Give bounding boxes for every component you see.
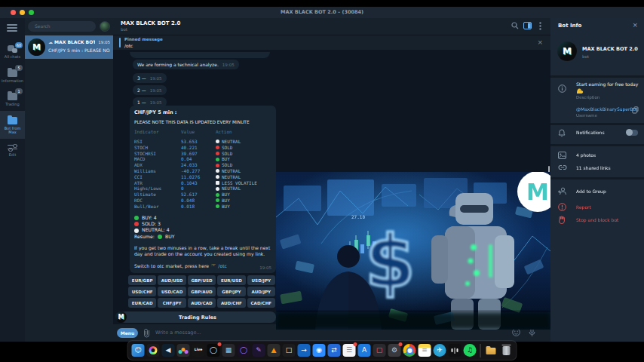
indicator-row: ADX24.033SOLD [134,162,271,168]
trading-rules-button[interactable]: Trading Rules [119,311,276,323]
indicator-row: STOCHRSI39.697SOLD [134,151,271,157]
keyboard-button-USD-CHF[interactable]: USD/CHF [128,287,156,296]
dock-icon-capture-arrow-app[interactable]: ◀ [162,344,175,357]
dock-icon-vlc[interactable]: ▲ [268,344,281,357]
notifications-label: Notifications [576,130,605,135]
keyboard-button-EUR-GBP[interactable]: EUR/GBP [128,275,156,285]
dock-icon-display-app[interactable]: ▢ [373,344,386,357]
keyboard-button-GBP-AUD[interactable]: GBP/AUD [188,287,216,296]
indicator-row: Williams-40.277NEUTRAL [134,168,271,174]
panel-close-icon[interactable]: × [632,21,638,29]
status-dot [216,164,219,167]
dock-icon-spotify[interactable]: ♫ [464,344,477,357]
dock-icon-app-store[interactable]: A [358,344,371,357]
keyboard-button-CHF-JPY[interactable]: CHF/JPY [158,298,186,308]
keyboard-button-CAD-CHF[interactable]: CAD/CHF [247,298,275,308]
bot-profile-avatar[interactable]: M [557,41,577,61]
sidebar-folder-all-chats[interactable]: 60All chats [0,41,25,63]
window-title: MAX BLACK BOT 2.0 – (30084) [0,9,644,15]
profile-avatar[interactable] [100,21,110,32]
dock-icon-chrome[interactable] [403,344,416,357]
indicator-row: RSI53.653NEUTRAL [134,139,271,145]
dock-icon-settings[interactable]: ⚙ [388,344,401,357]
pinned-close-icon[interactable]: × [537,38,543,46]
more-menu-icon[interactable] [539,22,541,30]
sidebar-folder-trading[interactable]: 1Trading [0,87,25,111]
otc-command-link[interactable]: /otc [218,263,227,268]
status-dot [216,187,219,191]
dock-icon-teamviewer[interactable]: ⇄ [328,344,341,357]
bot-message-avatar: M [115,311,127,323]
keyboard-button-USD-CAD[interactable]: USD/CAD [158,287,186,296]
pinned-text: /otc [124,43,133,48]
dock-icon-loom[interactable]: ◯ [238,344,250,357]
dock-icon-screenshot-app[interactable]: □ [283,344,296,357]
status-dot [216,146,219,149]
dock-icon-downloads-folder[interactable] [485,344,498,357]
sidebar-folder-information[interactable]: 5Information [0,63,25,87]
dock-icon-notes[interactable]: ≡ [419,344,431,357]
keyboard-button-GBP-JPY[interactable]: GBP/JPY [217,287,245,296]
add-to-group-button[interactable]: Add to Group [576,189,606,194]
keyboard-button-AUD-USD[interactable]: AUD/USD [158,275,186,285]
dock-icon-share-arrow-app[interactable]: → [298,344,311,357]
keyboard-button-AUD-CHF[interactable]: AUD/CHF [217,298,245,308]
dock-icon-trash[interactable] [500,344,513,357]
stop-block-bot-button[interactable]: Stop and block bot [576,217,618,222]
pinned-message-bar[interactable]: Pinned message /otc × [113,35,550,50]
unread-badge: 1 [15,88,23,94]
sidebar-folder-edit[interactable]: Edit [0,139,25,161]
divider [550,123,644,125]
keyboard-button-EUR-CAD[interactable]: EUR/CAD [128,298,156,308]
keyboard-button-GBP-USD[interactable]: GBP/USD [188,275,216,285]
buy-dot [158,235,162,239]
photo-message[interactable]: 27.1025.9118.7523.4 $ [276,172,550,330]
dock-icon-telegram[interactable]: ✈ [434,344,446,357]
link-icon [558,164,567,170]
attach-icon[interactable] [143,328,150,338]
dock-icon-zoom[interactable]: ◉ [313,344,326,357]
dock-icon-davinci-resolve[interactable] [177,344,190,357]
chat-header[interactable]: MAX BLACK BOT 2.0 bot [113,18,550,35]
shared-links-row[interactable]: 11 shared links [576,165,611,170]
indicator-row: ROC0.048BUY [134,198,271,204]
search-icon[interactable] [511,22,519,29]
indicator-row: Bull/Bear0.018BUY [134,204,271,210]
dock-icon-audio-waveform-app[interactable] [449,344,462,357]
chat-header-subtitle: bot [121,27,127,32]
dock-icon-finder[interactable]: ☺ [132,344,145,357]
keyboard-button-AUD-JPY[interactable]: AUD/JPY [247,287,275,296]
keyboard-button-USD-JPY[interactable]: USD/JPY [247,275,275,285]
chat-header-title: MAX BLACK BOT 2.0 [121,20,180,26]
search-input[interactable]: Search [28,21,96,32]
dock-icon-obs-studio[interactable]: ◯ [207,344,220,357]
bot-username-link[interactable]: @MaxBlackBinarySuperBot [576,106,638,112]
unread-badge: 5 [15,65,23,71]
cloud-icon: ☁ [48,39,53,44]
main-menu-button[interactable] [7,24,17,32]
status-dot [134,216,139,220]
notification-badge [354,342,357,346]
report-button[interactable]: Report [576,204,591,210]
dock-icon-affinity-feather[interactable]: ✎ [253,344,265,357]
shared-photos-row[interactable]: 4 photos [576,152,596,158]
chat-avatar: M [28,38,45,56]
dock-icon-ableton-live[interactable]: Live [192,344,205,357]
chat-list-item[interactable]: M ☁ MAX BLACK BOT ... 19:05 CHF/JPY 5 mi… [25,35,113,59]
summary-row: SOLD: 3 [134,221,271,227]
toggle-info-panel-icon[interactable] [523,22,532,29]
keyboard-button-AUD-CAD[interactable]: AUD/CAD [188,298,216,308]
username-label: Username [576,113,597,118]
analysis-title: CHF/JPY 5 min : [134,109,271,115]
message-countdown-2: 2 —19:05 [133,85,167,95]
dock-icon-reminders[interactable]: ☰ [343,344,356,357]
status-dot [216,198,219,202]
dock-icon-swirl-app[interactable] [147,344,160,357]
keyboard-button-EUR-USD[interactable]: EUR/USD [217,275,245,285]
notifications-toggle[interactable] [627,130,638,136]
sidebar-folder-bot-from-max[interactable]: Bot from Max [0,111,25,139]
copy-icon[interactable] [632,106,639,114]
bot-menu-button[interactable]: Menu [117,328,138,338]
message-input[interactable]: Write a message... [155,330,201,336]
dock-icon-launchpad[interactable]: ▦ [222,344,235,357]
